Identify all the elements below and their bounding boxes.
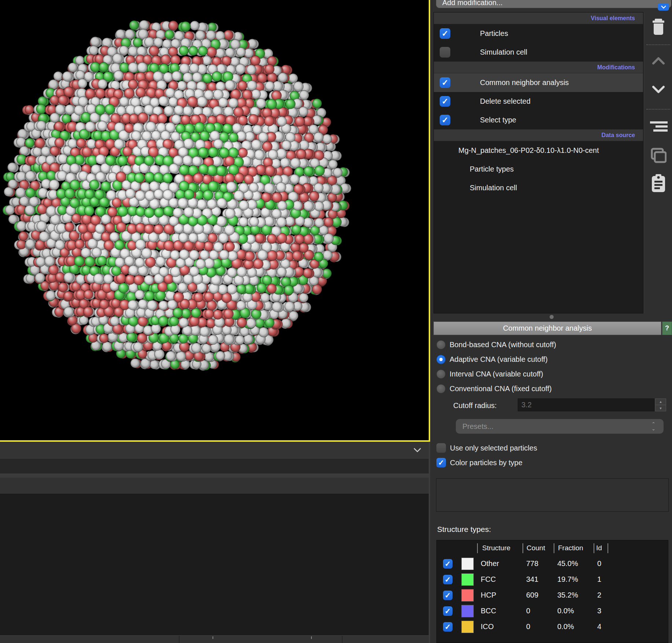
structure-visibility-checkbox[interactable] xyxy=(443,559,453,569)
item-visibility-checkbox[interactable] xyxy=(440,115,450,125)
trash-icon[interactable] xyxy=(644,18,672,36)
animation-bar xyxy=(0,478,429,494)
help-button-label: ? xyxy=(665,324,669,332)
column-separator xyxy=(608,543,608,553)
structure-fraction: 19.7% xyxy=(557,575,578,584)
column-separator xyxy=(477,543,478,553)
structure-id: 1 xyxy=(597,575,601,584)
item-visibility-checkbox[interactable] xyxy=(440,77,450,88)
radio-button[interactable] xyxy=(436,384,446,393)
viewport-3d[interactable] xyxy=(0,0,430,442)
presets-dropdown[interactable]: Presets... ⌃⌄ xyxy=(456,419,664,434)
pipeline-item-select-type[interactable]: Select type xyxy=(434,111,643,129)
cna-mode-conventional-cna-fixed-cutoff[interactable]: Conventional CNA (fixed cutoff) xyxy=(433,381,672,396)
item-visibility-checkbox[interactable] xyxy=(440,96,450,107)
structure-row-hcp[interactable]: HCP60935.2%2 xyxy=(437,588,668,603)
add-modification-dropdown-button[interactable] xyxy=(658,3,669,11)
section-header-label: Data source xyxy=(601,132,635,139)
cna-panel-title-label: Common neighbor analysis xyxy=(503,324,592,332)
column-header-count[interactable]: Count xyxy=(527,544,545,552)
structure-types-label: Structure types: xyxy=(437,525,491,534)
column-header-id[interactable]: Id xyxy=(596,544,602,552)
structure-types-table: StructureCountFractionIdOther77845.0%0FC… xyxy=(436,540,668,643)
help-button[interactable]: ? xyxy=(662,322,672,335)
structure-row-fcc[interactable]: FCC34119.7%1 xyxy=(437,572,668,588)
column-separator xyxy=(554,543,554,553)
structure-count: 341 xyxy=(526,575,538,584)
pipeline-item-mg-n-patches-06-p02-0-10-1-0-n0-cent[interactable]: Mg-N_patches_06-P02-δ0.10-λ1.0-N0-cent xyxy=(434,141,643,160)
cna-options: Use only selected particlesColor particl… xyxy=(433,441,672,470)
structure-color-swatch[interactable] xyxy=(461,573,474,586)
chevron-down-icon[interactable] xyxy=(413,447,422,453)
add-modification-button[interactable]: Add modification... xyxy=(436,0,671,8)
pipeline-item-common-neighbor-analysis[interactable]: Common neighbor analysis xyxy=(434,73,643,92)
cna-mode-bond-based-cna-without-cutoff[interactable]: Bond-based CNA (without cutoff) xyxy=(433,337,672,352)
item-visibility-checkbox[interactable] xyxy=(440,47,450,58)
clipboard-icon[interactable] xyxy=(644,174,672,192)
cna-option-label: Use only selected particles xyxy=(450,444,537,452)
pipeline-item-particle-types[interactable]: Particle types xyxy=(434,160,643,179)
stepper-up-icon[interactable]: ▲ xyxy=(656,399,666,405)
cutoff-radius-label: Cutoff radius: xyxy=(453,401,497,410)
structure-visibility-checkbox[interactable] xyxy=(443,622,453,632)
pipeline-item-delete-selected[interactable]: Delete selected xyxy=(434,92,643,111)
pipeline-toolbar xyxy=(644,12,672,313)
panel-splitter-handle[interactable] xyxy=(550,315,554,319)
horizontal-splitter[interactable] xyxy=(0,474,429,478)
structure-color-swatch[interactable] xyxy=(461,589,474,602)
structure-color-swatch[interactable] xyxy=(461,621,474,633)
column-header-fraction[interactable]: Fraction xyxy=(558,544,583,552)
move-down-icon[interactable] xyxy=(644,85,672,94)
pipeline-item-simulation-cell[interactable]: Simulation cell xyxy=(434,179,643,197)
structure-name: BCC xyxy=(481,607,496,615)
cna-mode-label: Adaptive CNA (variable cutoff) xyxy=(450,355,548,364)
stepper-down-icon[interactable]: ▼ xyxy=(656,405,666,411)
radio-button[interactable] xyxy=(436,355,446,364)
structure-fraction: 0.0% xyxy=(557,607,574,615)
presets-placeholder: Presets... xyxy=(462,422,493,431)
structure-row-other[interactable]: Other77845.0%0 xyxy=(437,556,668,572)
chevron-down-icon xyxy=(661,5,667,9)
option-checkbox[interactable] xyxy=(436,458,446,467)
data-inspector-panel xyxy=(0,494,429,635)
cutoff-radius-stepper[interactable]: ▲ ▼ xyxy=(655,398,666,411)
structure-name: FCC xyxy=(481,575,496,584)
pipeline-item-label: Select type xyxy=(480,116,516,124)
structure-visibility-checkbox[interactable] xyxy=(443,591,453,600)
viewport-3d-canvas[interactable] xyxy=(0,0,429,440)
structure-count: 778 xyxy=(526,559,538,568)
structure-color-swatch[interactable] xyxy=(461,558,474,570)
structure-id: 0 xyxy=(597,559,601,568)
radio-button[interactable] xyxy=(436,340,446,349)
structure-color-swatch[interactable] xyxy=(461,605,474,617)
cna-mode-interval-cna-variable-cutoff[interactable]: Interval CNA (variable cutoff) xyxy=(433,367,672,381)
pipeline-item-simulation-cell[interactable]: Simulation cell xyxy=(434,43,643,62)
timeline-bar xyxy=(0,459,429,474)
structure-count: 0 xyxy=(526,607,530,615)
section-header-data-source: Data source xyxy=(434,129,643,141)
structure-row-bcc[interactable]: BCC00.0%3 xyxy=(437,603,668,619)
pipeline-item-particles[interactable]: Particles xyxy=(434,24,643,43)
move-up-icon[interactable] xyxy=(644,56,672,66)
structure-row-ico[interactable]: ICO00.0%4 xyxy=(437,619,668,635)
structure-count: 609 xyxy=(526,591,538,599)
duplicate-pipeline-icon[interactable] xyxy=(644,148,672,163)
section-header-visual-elements: Visual elements xyxy=(434,12,643,24)
structure-name: Other xyxy=(481,559,499,568)
status-bar xyxy=(0,635,429,643)
cna-option-color-particles-by-type[interactable]: Color particles by type xyxy=(433,455,672,470)
pipeline-menu-icon[interactable] xyxy=(644,121,672,132)
structure-visibility-checkbox[interactable] xyxy=(443,575,453,584)
status-tick xyxy=(213,636,213,639)
modifier-message-box xyxy=(436,478,669,512)
cna-option-use-only-selected-particles[interactable]: Use only selected particles xyxy=(433,441,672,455)
viewport-collapse-bar[interactable] xyxy=(0,442,429,459)
radio-button[interactable] xyxy=(436,370,446,379)
item-visibility-checkbox[interactable] xyxy=(440,28,450,39)
option-checkbox[interactable] xyxy=(436,443,446,453)
pipeline-list[interactable]: Visual elementsParticlesSimulation cellM… xyxy=(433,12,643,313)
column-header-structure[interactable]: Structure xyxy=(482,544,510,552)
structure-visibility-checkbox[interactable] xyxy=(443,606,453,616)
cna-mode-adaptive-cna-variable-cutoff[interactable]: Adaptive CNA (variable cutoff) xyxy=(433,352,672,367)
cutoff-radius-input[interactable]: 3.2 xyxy=(518,398,654,411)
